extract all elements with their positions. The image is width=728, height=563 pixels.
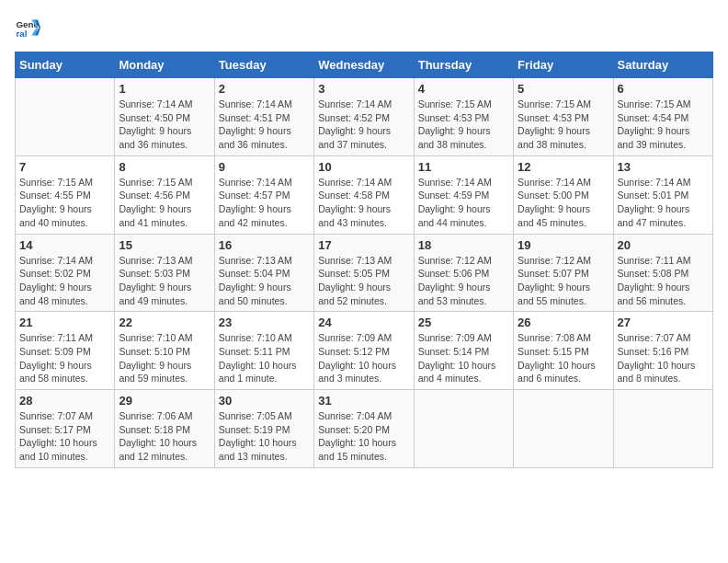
day-cell: 26Sunrise: 7:08 AM Sunset: 5:15 PM Dayli… <box>514 312 613 390</box>
col-header-thursday: Thursday <box>414 52 513 78</box>
day-cell: 5Sunrise: 7:15 AM Sunset: 4:53 PM Daylig… <box>514 78 613 156</box>
day-cell <box>613 390 712 468</box>
day-info: Sunrise: 7:15 AM Sunset: 4:53 PM Dayligh… <box>418 98 509 152</box>
day-cell: 21Sunrise: 7:11 AM Sunset: 5:09 PM Dayli… <box>16 312 115 390</box>
day-number: 19 <box>518 238 609 252</box>
day-info: Sunrise: 7:11 AM Sunset: 5:08 PM Dayligh… <box>618 254 709 308</box>
day-number: 27 <box>618 316 709 329</box>
day-info: Sunrise: 7:04 AM Sunset: 5:20 PM Dayligh… <box>318 409 409 464</box>
day-number: 13 <box>618 160 709 174</box>
day-info: Sunrise: 7:07 AM Sunset: 5:17 PM Dayligh… <box>19 409 110 464</box>
day-info: Sunrise: 7:13 AM Sunset: 5:03 PM Dayligh… <box>119 254 210 308</box>
day-number: 29 <box>119 394 210 408</box>
day-number: 30 <box>219 394 310 408</box>
day-number: 8 <box>119 160 210 174</box>
day-cell: 11Sunrise: 7:14 AM Sunset: 4:59 PM Dayli… <box>414 155 513 234</box>
day-info: Sunrise: 7:07 AM Sunset: 5:16 PM Dayligh… <box>618 331 709 385</box>
week-row-5: 28Sunrise: 7:07 AM Sunset: 5:17 PM Dayli… <box>16 390 713 468</box>
day-cell: 30Sunrise: 7:05 AM Sunset: 5:19 PM Dayli… <box>214 390 313 468</box>
svg-text:ral: ral <box>16 29 27 39</box>
day-info: Sunrise: 7:15 AM Sunset: 4:54 PM Dayligh… <box>618 98 709 152</box>
day-info: Sunrise: 7:12 AM Sunset: 5:07 PM Dayligh… <box>518 254 609 308</box>
day-cell: 13Sunrise: 7:14 AM Sunset: 5:01 PM Dayli… <box>613 155 712 234</box>
day-info: Sunrise: 7:14 AM Sunset: 4:52 PM Dayligh… <box>318 98 409 152</box>
day-cell: 20Sunrise: 7:11 AM Sunset: 5:08 PM Dayli… <box>613 234 712 312</box>
day-cell: 25Sunrise: 7:09 AM Sunset: 5:14 PM Dayli… <box>414 312 513 390</box>
col-header-saturday: Saturday <box>613 52 712 78</box>
day-cell: 7Sunrise: 7:15 AM Sunset: 4:55 PM Daylig… <box>16 155 115 234</box>
day-cell <box>514 390 613 468</box>
logo: Gene ral <box>15 15 44 40</box>
day-number: 26 <box>518 316 609 329</box>
day-number: 25 <box>418 316 509 329</box>
day-cell: 4Sunrise: 7:15 AM Sunset: 4:53 PM Daylig… <box>414 78 513 156</box>
day-cell: 3Sunrise: 7:14 AM Sunset: 4:52 PM Daylig… <box>314 78 414 156</box>
day-number: 1 <box>119 82 210 96</box>
day-number: 3 <box>318 82 409 96</box>
day-cell: 14Sunrise: 7:14 AM Sunset: 5:02 PM Dayli… <box>16 234 115 312</box>
day-number: 9 <box>219 160 310 174</box>
day-info: Sunrise: 7:08 AM Sunset: 5:15 PM Dayligh… <box>518 331 609 385</box>
col-header-tuesday: Tuesday <box>214 52 313 78</box>
week-row-4: 21Sunrise: 7:11 AM Sunset: 5:09 PM Dayli… <box>16 312 713 390</box>
day-number: 7 <box>19 160 110 174</box>
day-cell: 15Sunrise: 7:13 AM Sunset: 5:03 PM Dayli… <box>115 234 214 312</box>
day-cell: 10Sunrise: 7:14 AM Sunset: 4:58 PM Dayli… <box>314 155 414 234</box>
week-row-2: 7Sunrise: 7:15 AM Sunset: 4:55 PM Daylig… <box>16 155 713 234</box>
day-number: 28 <box>19 394 110 408</box>
day-cell: 2Sunrise: 7:14 AM Sunset: 4:51 PM Daylig… <box>214 78 313 156</box>
day-number: 31 <box>318 394 409 408</box>
day-info: Sunrise: 7:15 AM Sunset: 4:55 PM Dayligh… <box>19 176 110 230</box>
day-number: 16 <box>219 238 310 252</box>
week-row-3: 14Sunrise: 7:14 AM Sunset: 5:02 PM Dayli… <box>16 234 713 312</box>
day-cell: 29Sunrise: 7:06 AM Sunset: 5:18 PM Dayli… <box>115 390 214 468</box>
day-number: 11 <box>418 160 509 174</box>
day-info: Sunrise: 7:14 AM Sunset: 4:57 PM Dayligh… <box>219 176 310 230</box>
col-header-friday: Friday <box>514 52 613 78</box>
day-cell: 9Sunrise: 7:14 AM Sunset: 4:57 PM Daylig… <box>214 155 313 234</box>
day-info: Sunrise: 7:10 AM Sunset: 5:10 PM Dayligh… <box>119 331 210 385</box>
calendar-table: SundayMondayTuesdayWednesdayThursdayFrid… <box>15 52 713 468</box>
day-info: Sunrise: 7:14 AM Sunset: 4:50 PM Dayligh… <box>119 98 210 152</box>
day-info: Sunrise: 7:14 AM Sunset: 5:00 PM Dayligh… <box>518 176 609 230</box>
day-number: 17 <box>318 238 409 252</box>
page-header: Gene ral <box>15 15 713 40</box>
day-cell <box>16 78 115 156</box>
col-header-monday: Monday <box>115 52 214 78</box>
day-number: 22 <box>119 316 210 329</box>
day-info: Sunrise: 7:15 AM Sunset: 4:56 PM Dayligh… <box>119 176 210 230</box>
day-cell <box>414 390 513 468</box>
day-info: Sunrise: 7:14 AM Sunset: 5:01 PM Dayligh… <box>618 176 709 230</box>
day-cell: 31Sunrise: 7:04 AM Sunset: 5:20 PM Dayli… <box>314 390 414 468</box>
week-row-1: 1Sunrise: 7:14 AM Sunset: 4:50 PM Daylig… <box>16 78 713 156</box>
day-cell: 24Sunrise: 7:09 AM Sunset: 5:12 PM Dayli… <box>314 312 414 390</box>
day-number: 24 <box>318 316 409 329</box>
day-cell: 18Sunrise: 7:12 AM Sunset: 5:06 PM Dayli… <box>414 234 513 312</box>
day-info: Sunrise: 7:14 AM Sunset: 4:59 PM Dayligh… <box>418 176 509 230</box>
day-info: Sunrise: 7:14 AM Sunset: 4:51 PM Dayligh… <box>219 98 310 152</box>
day-cell: 12Sunrise: 7:14 AM Sunset: 5:00 PM Dayli… <box>514 155 613 234</box>
header-row: SundayMondayTuesdayWednesdayThursdayFrid… <box>16 52 713 78</box>
day-number: 12 <box>518 160 609 174</box>
day-cell: 27Sunrise: 7:07 AM Sunset: 5:16 PM Dayli… <box>613 312 712 390</box>
day-number: 2 <box>219 82 310 96</box>
day-number: 18 <box>418 238 509 252</box>
day-info: Sunrise: 7:13 AM Sunset: 5:04 PM Dayligh… <box>219 254 310 308</box>
day-info: Sunrise: 7:09 AM Sunset: 5:12 PM Dayligh… <box>318 331 409 385</box>
day-number: 15 <box>119 238 210 252</box>
day-cell: 8Sunrise: 7:15 AM Sunset: 4:56 PM Daylig… <box>115 155 214 234</box>
col-header-sunday: Sunday <box>16 52 115 78</box>
day-cell: 16Sunrise: 7:13 AM Sunset: 5:04 PM Dayli… <box>214 234 313 312</box>
day-cell: 1Sunrise: 7:14 AM Sunset: 4:50 PM Daylig… <box>115 78 214 156</box>
day-info: Sunrise: 7:13 AM Sunset: 5:05 PM Dayligh… <box>318 254 409 308</box>
col-header-wednesday: Wednesday <box>314 52 414 78</box>
day-cell: 19Sunrise: 7:12 AM Sunset: 5:07 PM Dayli… <box>514 234 613 312</box>
day-info: Sunrise: 7:06 AM Sunset: 5:18 PM Dayligh… <box>119 409 210 464</box>
day-info: Sunrise: 7:14 AM Sunset: 5:02 PM Dayligh… <box>19 254 110 308</box>
day-cell: 28Sunrise: 7:07 AM Sunset: 5:17 PM Dayli… <box>16 390 115 468</box>
day-number: 5 <box>518 82 609 96</box>
day-number: 10 <box>318 160 409 174</box>
day-number: 20 <box>618 238 709 252</box>
day-info: Sunrise: 7:15 AM Sunset: 4:53 PM Dayligh… <box>518 98 609 152</box>
day-cell: 6Sunrise: 7:15 AM Sunset: 4:54 PM Daylig… <box>613 78 712 156</box>
